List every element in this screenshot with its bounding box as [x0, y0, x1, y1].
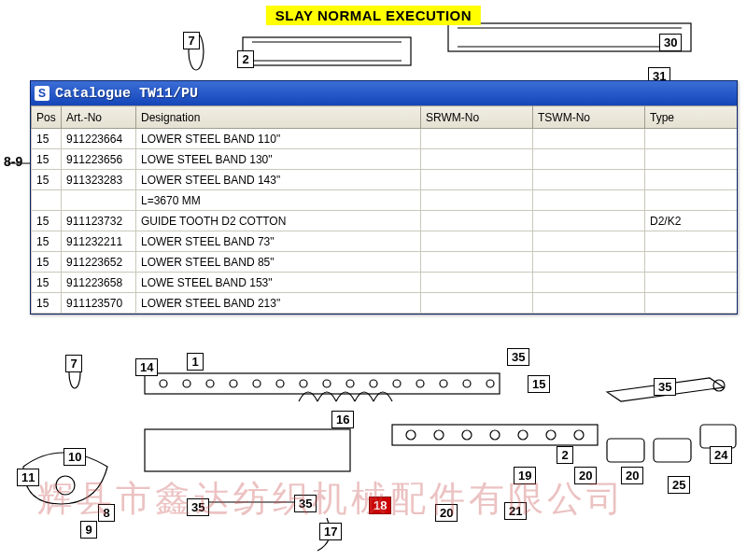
svg-rect-35	[700, 425, 736, 448]
cell-type[interactable]	[645, 231, 738, 252]
svg-point-16	[346, 380, 354, 387]
svg-point-10	[206, 380, 214, 387]
cell-srwm[interactable]	[421, 149, 533, 170]
diagram-callout-19: 19	[514, 467, 536, 484]
cell-pos[interactable]: 15	[32, 129, 62, 149]
cell-type[interactable]	[645, 170, 738, 190]
cell-tswm[interactable]	[533, 190, 645, 211]
catalogue-window[interactable]: S Catalogue TW11/PU PosArt.-NoDesignatio…	[30, 80, 738, 315]
cell-tswm[interactable]	[533, 170, 645, 190]
catalogue-table-wrap: PosArt.-NoDesignationSRWM-NoTSWM-NoType …	[31, 105, 737, 314]
table-row[interactable]: 15911123570LOWER STEEL BAND 213"	[32, 293, 738, 314]
diagram-callout-16: 16	[331, 411, 354, 428]
cell-srwm[interactable]	[421, 129, 533, 149]
table-row[interactable]: 15911223664LOWER STEEL BAND 110"	[32, 129, 738, 149]
cell-tswm[interactable]	[533, 252, 645, 273]
cell-pos[interactable]: 15	[32, 252, 62, 273]
cell-art[interactable]	[62, 190, 136, 211]
cell-art[interactable]: 911232211	[62, 231, 136, 252]
cell-type[interactable]	[645, 252, 738, 273]
cell-srwm[interactable]	[421, 211, 533, 231]
cell-des[interactable]: LOWE STEEL BAND 130"	[136, 149, 421, 170]
svg-point-14	[300, 380, 307, 387]
table-row[interactable]: 15911232211LOWER STEEL BAND 73"	[32, 231, 738, 252]
cell-type[interactable]: D2/K2	[645, 211, 738, 231]
column-header-srwm[interactable]: SRWM-No	[421, 106, 533, 129]
cell-tswm[interactable]	[533, 149, 645, 170]
diagram-callout-2: 2	[237, 50, 254, 68]
cell-des[interactable]: LOWER STEEL BAND 110"	[136, 129, 421, 149]
cell-pos[interactable]	[32, 190, 62, 211]
diagram-callout-24: 24	[710, 446, 732, 464]
table-row[interactable]: 15911123732GUIDE TOOTH D2 COTTOND2/K2	[32, 211, 738, 231]
cell-tswm[interactable]	[533, 129, 645, 149]
cell-srwm[interactable]	[421, 273, 533, 293]
svg-point-22	[486, 380, 494, 387]
cell-des[interactable]: LOWER STEEL BAND 85"	[136, 252, 421, 273]
cell-des[interactable]: LOWER STEEL BAND 213"	[136, 293, 421, 314]
cell-type[interactable]	[645, 129, 738, 149]
cell-art[interactable]: 911223652	[62, 252, 136, 273]
cell-pos[interactable]: 15	[32, 231, 62, 252]
cell-art[interactable]: 911223664	[62, 129, 136, 149]
cell-pos[interactable]: 15	[32, 211, 62, 231]
app-icon: S	[35, 86, 49, 101]
table-row[interactable]: L=3670 MM	[32, 190, 738, 211]
catalogue-table[interactable]: PosArt.-NoDesignationSRWM-NoTSWM-NoType …	[31, 105, 737, 314]
window-titlebar[interactable]: S Catalogue TW11/PU	[31, 81, 737, 105]
cell-pos[interactable]: 15	[32, 273, 62, 293]
diagram-callout-14: 14	[135, 358, 158, 376]
svg-point-29	[546, 430, 556, 440]
svg-point-32	[56, 476, 75, 495]
diagram-callout-8: 8	[98, 504, 115, 522]
cell-art[interactable]: 911223656	[62, 149, 136, 170]
cell-pos[interactable]: 15	[32, 293, 62, 314]
cell-type[interactable]	[645, 293, 738, 314]
cell-art[interactable]: 911323283	[62, 170, 136, 190]
cell-srwm[interactable]	[421, 231, 533, 252]
diagram-callout-21: 21	[504, 502, 527, 520]
svg-point-12	[253, 380, 261, 387]
cell-type[interactable]	[645, 149, 738, 170]
cell-srwm[interactable]	[421, 293, 533, 314]
table-row[interactable]: 15911223656LOWE STEEL BAND 130"	[32, 149, 738, 170]
column-header-des[interactable]: Designation	[136, 106, 421, 129]
svg-point-9	[183, 380, 190, 387]
cell-tswm[interactable]	[533, 231, 645, 252]
cell-des[interactable]: LOWER STEEL BAND 73"	[136, 231, 421, 252]
table-row[interactable]: 15911323283LOWER STEEL BAND 143"	[32, 170, 738, 190]
cell-type[interactable]	[645, 273, 738, 293]
cell-pos[interactable]: 15	[32, 149, 62, 170]
cell-des[interactable]: L=3670 MM	[136, 190, 421, 211]
cell-tswm[interactable]	[533, 211, 645, 231]
diagram-callout-25: 25	[668, 476, 690, 494]
window-title: Catalogue TW11/PU	[55, 86, 198, 102]
cell-des[interactable]: LOWER STEEL BAND 143"	[136, 170, 421, 190]
diagram-callout-17: 17	[319, 523, 342, 540]
cell-des[interactable]: GUIDE TOOTH D2 COTTON	[136, 211, 421, 231]
svg-rect-23	[392, 425, 598, 445]
cell-art[interactable]: 911123570	[62, 293, 136, 314]
svg-point-18	[393, 380, 401, 387]
cell-pos[interactable]: 15	[32, 170, 62, 190]
svg-point-17	[370, 380, 377, 387]
diagram-side-label: 8-9	[4, 154, 22, 169]
cell-art[interactable]: 911123732	[62, 211, 136, 231]
cell-art[interactable]: 911223658	[62, 273, 136, 293]
column-header-tswm[interactable]: TSWM-No	[533, 106, 645, 129]
table-row[interactable]: 15911223652LOWER STEEL BAND 85"	[32, 252, 738, 273]
table-row[interactable]: 15911223658LOWE STEEL BAND 153"	[32, 273, 738, 293]
diagram-callout-35: 35	[187, 498, 209, 516]
cell-des[interactable]: LOWE STEEL BAND 153"	[136, 273, 421, 293]
cell-tswm[interactable]	[533, 273, 645, 293]
column-header-type[interactable]: Type	[645, 106, 738, 129]
cell-tswm[interactable]	[533, 293, 645, 314]
cell-type[interactable]	[645, 190, 738, 211]
svg-rect-7	[145, 373, 500, 394]
cell-srwm[interactable]	[421, 170, 533, 190]
column-header-pos[interactable]: Pos	[32, 106, 62, 129]
cell-srwm[interactable]	[421, 252, 533, 273]
cell-srwm[interactable]	[421, 190, 533, 211]
column-header-art[interactable]: Art.-No	[62, 106, 136, 129]
svg-point-19	[416, 380, 424, 387]
